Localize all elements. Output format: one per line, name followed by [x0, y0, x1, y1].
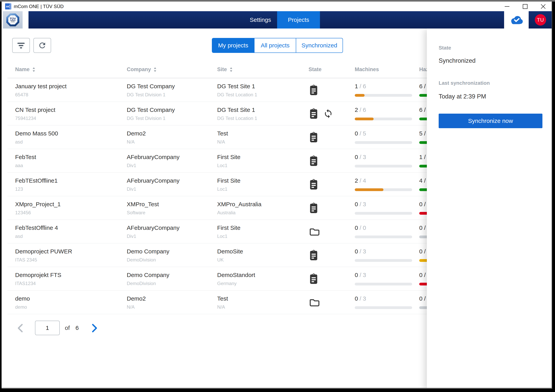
sync-state-icon — [323, 109, 333, 118]
machines-progress-bar — [355, 236, 412, 238]
project-id: ITAS 2345 — [15, 257, 37, 263]
previous-page-button[interactable] — [17, 323, 24, 333]
hazards-count: 5/ — [419, 130, 427, 137]
location-name: N/A — [217, 304, 225, 310]
machines-count: 0/3 — [355, 201, 366, 207]
tab-my-projects[interactable]: My projects — [212, 38, 254, 52]
machines-progress-bar — [355, 94, 412, 97]
synchronize-now-button[interactable]: Synchronize now — [439, 114, 542, 128]
hazards-count: 0/ — [419, 295, 427, 302]
project-id: aaa — [15, 163, 23, 168]
project-id: 75941234 — [15, 116, 36, 121]
project-id: asd — [15, 234, 23, 239]
folder-state-icon — [309, 298, 320, 307]
machines-progress-bar — [355, 188, 412, 191]
checklist-state-icon — [309, 273, 318, 284]
sync-state-value: Synchronized — [439, 57, 476, 64]
company-name: Demo2 — [127, 130, 146, 137]
location-name: UK — [217, 257, 224, 263]
filter-icon — [17, 41, 25, 50]
location-name: DG Test Location 1 — [217, 116, 257, 121]
sort-icon[interactable] — [154, 67, 156, 72]
column-header-state: State — [308, 67, 321, 73]
site-name: DG Test Site 1 — [217, 83, 255, 90]
column-header-site[interactable]: Site — [217, 67, 233, 73]
company-name: Demo Company — [127, 248, 169, 255]
project-name: XMpro_Project_1 — [15, 201, 61, 207]
checklist-state-icon — [309, 84, 318, 96]
tuv-sud-logo: TÜV SÜD — [3, 11, 22, 29]
user-menu[interactable]: TU — [529, 11, 552, 29]
sort-icon[interactable] — [230, 67, 233, 72]
app-header: TÜV SÜD Settings Projects TU — [2, 11, 552, 29]
division-name: Div1 — [127, 186, 136, 192]
location-name: Loc1 — [217, 186, 227, 192]
total-pages: 6 — [75, 325, 79, 331]
site-name: XMPro_Australia — [217, 201, 261, 207]
project-id: 123456 — [15, 210, 31, 215]
column-header-name[interactable]: Name — [15, 67, 35, 73]
app-window: mC mCom ONE | TÜV SÜD TÜV SÜD Settings — [2, 2, 552, 389]
company-name: AFebruaryCompany — [127, 154, 179, 160]
nav-tab-settings[interactable]: Settings — [244, 11, 277, 29]
user-avatar[interactable]: TU — [535, 14, 546, 26]
machines-count: 2/4 — [355, 177, 366, 184]
checklist-state-icon — [309, 179, 318, 190]
company-name: Demo2 — [127, 295, 146, 302]
machines-count: 1/6 — [355, 83, 366, 90]
page-number-input[interactable] — [35, 321, 60, 335]
location-name: Loc1 — [217, 234, 227, 239]
next-page-button[interactable] — [91, 323, 98, 333]
last-sync-value: Today at 2:39 PM — [439, 93, 486, 100]
tab-all-projects[interactable]: All projects — [254, 38, 296, 52]
app-icon: mC — [5, 3, 11, 9]
filter-button[interactable] — [12, 38, 30, 53]
maximize-button[interactable] — [516, 2, 534, 11]
refresh-icon — [38, 41, 47, 50]
hazards-count: 0/ — [419, 248, 427, 255]
nav-tab-projects[interactable]: Projects — [277, 11, 320, 29]
sync-status-button[interactable] — [504, 11, 529, 29]
checklist-state-icon — [309, 250, 318, 261]
project-name: FebTEstOffline1 — [15, 177, 58, 184]
checklist-state-icon — [309, 108, 318, 119]
minimize-icon — [504, 4, 510, 9]
minimize-button[interactable] — [498, 2, 516, 11]
chevron-right-icon — [91, 323, 98, 333]
cloud-check-icon — [510, 15, 523, 25]
machines-count: 0/3 — [355, 154, 366, 160]
machines-count: 0/3 — [355, 272, 366, 278]
hazards-count: 0/ — [419, 224, 427, 231]
column-header-company[interactable]: Company — [127, 67, 156, 73]
division-name: Div1 — [127, 234, 136, 239]
site-name: DemoSite — [217, 248, 243, 255]
title-bar[interactable]: mC mCom ONE | TÜV SÜD — [2, 2, 552, 11]
project-name: January test project — [15, 83, 67, 90]
tab-synchronized[interactable]: Synchronized — [296, 38, 343, 52]
company-name: AFebruaryCompany — [127, 224, 179, 231]
project-id: 123 — [15, 186, 23, 192]
division-name: N/A — [127, 139, 135, 145]
close-button[interactable] — [534, 2, 552, 11]
project-name: Demoproject PUWER — [15, 248, 72, 255]
location-name: Loc1 — [217, 163, 227, 168]
machines-progress-bar — [355, 259, 412, 262]
close-icon — [541, 4, 546, 9]
machines-count: 0/5 — [355, 130, 366, 137]
division-name: DG Test Division 1 — [127, 116, 166, 121]
sort-icon[interactable] — [32, 67, 35, 72]
window-title: mCom ONE | TÜV SÜD — [14, 2, 64, 11]
last-sync-label: Last synchronization — [439, 80, 490, 86]
location-name: DG Test Location 1 — [217, 92, 257, 97]
machines-progress-bar — [355, 212, 412, 215]
refresh-button[interactable] — [33, 38, 51, 53]
project-view-tabs: My projects All projects Synchronized — [212, 38, 343, 53]
sync-state-label: State — [439, 45, 451, 51]
machines-progress-bar — [355, 118, 412, 120]
site-name: First Site — [217, 154, 240, 160]
site-name: DemoStandort — [217, 272, 255, 278]
hazards-count: 6/ — [419, 83, 427, 90]
site-name: DG Test Site 1 — [217, 107, 255, 113]
column-header-machines: Machines — [355, 67, 379, 73]
location-name: Germany — [217, 281, 237, 286]
